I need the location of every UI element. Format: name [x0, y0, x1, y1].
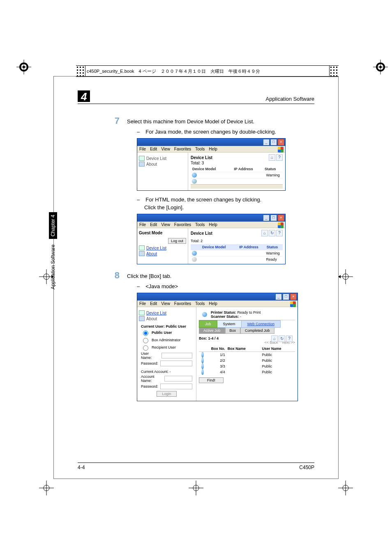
- box-icon: [201, 358, 204, 363]
- subtab-completed-job[interactable]: Completed Job: [240, 328, 274, 334]
- box-row[interactable]: 3/3Public: [199, 363, 295, 369]
- screenshot-box-tab: _ □ × File Edit View Favorites Tools Hel…: [137, 293, 298, 401]
- home-icon[interactable]: ⌂: [271, 335, 278, 342]
- menu-view[interactable]: View: [161, 222, 170, 227]
- username-field[interactable]: [161, 353, 192, 358]
- window-close-button[interactable]: ×: [290, 294, 297, 300]
- menu-file[interactable]: File: [139, 222, 146, 227]
- window-maximize-button[interactable]: □: [270, 215, 277, 221]
- svg-point-1: [21, 64, 27, 70]
- menu-favorites[interactable]: Favorites: [174, 222, 191, 227]
- printer-status-value: Ready to Print: [238, 310, 261, 314]
- refresh-icon[interactable]: ↻: [269, 230, 275, 236]
- table-row[interactable]: Warning: [191, 172, 283, 178]
- help-icon[interactable]: ?: [276, 154, 283, 161]
- nav-device-list[interactable]: Device List: [139, 156, 186, 161]
- table-row[interactable]: Ready: [191, 256, 283, 262]
- radio-recipient[interactable]: [143, 345, 148, 351]
- menu-tools[interactable]: Tools: [195, 222, 205, 227]
- menu-help[interactable]: Help: [209, 222, 217, 227]
- window-minimize-button[interactable]: _: [275, 294, 282, 300]
- window-close-button[interactable]: ×: [278, 215, 284, 221]
- radio-box-admin[interactable]: [143, 338, 148, 343]
- table-row[interactable]: Warning: [191, 250, 283, 256]
- menu-tools[interactable]: Tools: [195, 147, 205, 151]
- window-minimize-button[interactable]: _: [263, 215, 270, 221]
- svg-point-0: [19, 62, 28, 72]
- logout-button[interactable]: Log out: [168, 238, 186, 244]
- box-row[interactable]: 4/4Public: [199, 369, 295, 375]
- nav-device-list[interactable]: Device List: [139, 310, 194, 315]
- radio-public-user[interactable]: [143, 331, 148, 336]
- tab-job[interactable]: Job: [199, 320, 217, 328]
- menu-file[interactable]: File: [139, 147, 146, 151]
- password-field[interactable]: [160, 361, 192, 366]
- guest-mode-label: Guest Mode: [139, 231, 186, 235]
- menu-bar: File Edit View Favorites Tools Help: [137, 301, 297, 307]
- nav-about[interactable]: About: [139, 316, 194, 321]
- step-note: For HTML mode, the screen changes by cli…: [137, 197, 314, 203]
- subtab-box[interactable]: Box: [225, 328, 241, 334]
- col-user-name: User Name: [261, 346, 295, 352]
- col-device-model: Device Model: [191, 166, 232, 172]
- tab-system[interactable]: System: [217, 320, 242, 328]
- box-row[interactable]: 1/1Public: [199, 352, 295, 358]
- menu-view[interactable]: View: [161, 301, 170, 306]
- windows-flag-icon: [278, 222, 284, 228]
- menu-edit[interactable]: Edit: [150, 301, 157, 306]
- nav-about[interactable]: About: [139, 162, 186, 166]
- table-header: Device Model IP Address Status: [191, 244, 283, 250]
- windows-flag-icon: [290, 301, 296, 307]
- account-password-field[interactable]: [160, 384, 192, 389]
- svg-point-21: [193, 485, 199, 491]
- help-icon[interactable]: ?: [276, 230, 283, 236]
- menu-edit[interactable]: Edit: [150, 222, 157, 227]
- box-row[interactable]: 2/2Public: [199, 358, 295, 363]
- window-minimize-button[interactable]: _: [263, 139, 270, 146]
- menu-help[interactable]: Help: [209, 301, 217, 306]
- book-header-text: c450P_security_E.book 4 ページ ２００７年４月１０日 火…: [87, 68, 260, 74]
- registration-mark: [16, 60, 31, 74]
- menu-bar: File Edit View Favorites Tools Help: [137, 222, 285, 228]
- tab-web-connection[interactable]: Web Connection: [242, 320, 281, 328]
- menu-help[interactable]: Help: [209, 147, 217, 151]
- menu-file[interactable]: File: [139, 301, 146, 306]
- chapter-number-badge: 4: [78, 90, 90, 102]
- svg-point-2: [23, 66, 25, 68]
- home-icon[interactable]: ⌂: [269, 154, 275, 161]
- menu-favorites[interactable]: Favorites: [174, 301, 191, 306]
- menu-favorites[interactable]: Favorites: [174, 147, 191, 151]
- menu-tools[interactable]: Tools: [195, 301, 205, 306]
- login-button[interactable]: Login: [157, 391, 176, 397]
- table-row[interactable]: [191, 178, 283, 184]
- menu-view[interactable]: View: [161, 147, 170, 151]
- refresh-icon[interactable]: ↻: [279, 335, 285, 342]
- window-maximize-button[interactable]: □: [283, 294, 289, 300]
- svg-point-6: [378, 64, 383, 70]
- nav-about[interactable]: About: [139, 251, 186, 256]
- menu-edit[interactable]: Edit: [150, 147, 157, 151]
- window-close-button[interactable]: ×: [278, 139, 284, 146]
- scrollbar[interactable]: [191, 184, 283, 189]
- home-icon[interactable]: ⌂: [261, 230, 268, 236]
- accountname-field[interactable]: [164, 376, 192, 382]
- step-text: Click the [Box] tab.: [127, 270, 171, 281]
- window-maximize-button[interactable]: □: [270, 139, 277, 146]
- svg-point-7: [379, 66, 382, 68]
- help-icon[interactable]: ?: [286, 335, 293, 342]
- window-titlebar: _ □ ×: [137, 214, 285, 222]
- svg-point-14: [343, 274, 348, 280]
- registration-mark: [189, 481, 203, 495]
- screenshot-java-device-list: _ □ × File Edit View Favorites Tools Hel…: [137, 138, 286, 191]
- subtab-active-job[interactable]: Active Job: [199, 328, 225, 334]
- side-tab-title: Application Software: [50, 245, 56, 289]
- find-button[interactable]: Find!: [199, 377, 224, 383]
- side-tab-chapter: Chapter 4: [49, 212, 57, 239]
- globe-icon: [192, 251, 197, 256]
- page-frame: 4 Application Software Application Softw…: [53, 76, 339, 479]
- nav-device-list[interactable]: Device List: [139, 245, 186, 250]
- col-ip-address: IP Address: [232, 166, 263, 172]
- printer-status-label: Printer Status:: [211, 310, 236, 314]
- registration-mark: [338, 481, 353, 495]
- total-count: Total: 3: [191, 161, 283, 165]
